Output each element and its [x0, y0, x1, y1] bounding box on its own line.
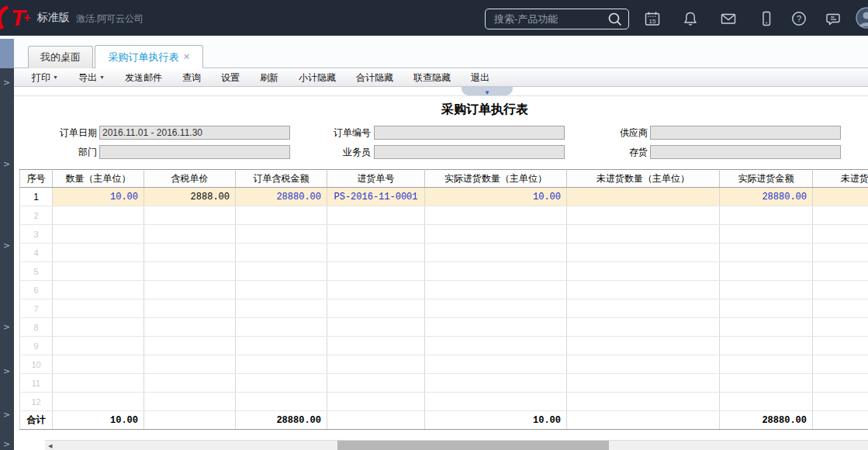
- empty-cell[interactable]: [720, 374, 813, 393]
- empty-cell[interactable]: [425, 299, 567, 318]
- empty-cell[interactable]: [327, 355, 425, 374]
- empty-cell[interactable]: [53, 225, 144, 244]
- empty-cell[interactable]: [236, 337, 327, 355]
- empty-cell[interactable]: [720, 262, 813, 281]
- empty-cell[interactable]: [425, 244, 567, 262]
- empty-cell[interactable]: [53, 337, 144, 355]
- empty-cell[interactable]: [813, 244, 868, 262]
- row-number-cell[interactable]: 3: [20, 225, 53, 244]
- empty-cell[interactable]: [53, 393, 144, 411]
- row-number-cell[interactable]: 5: [20, 262, 53, 281]
- empty-cell[interactable]: [144, 299, 236, 318]
- toolbar-item-subtotal-hide[interactable]: 小计隐藏: [289, 68, 346, 87]
- empty-cell[interactable]: [144, 206, 236, 225]
- row-number-cell[interactable]: 7: [20, 299, 53, 318]
- empty-cell[interactable]: [144, 393, 236, 411]
- tab-my-desktop[interactable]: 我的桌面: [28, 46, 93, 68]
- empty-cell[interactable]: [720, 281, 813, 299]
- empty-cell[interactable]: [236, 299, 327, 318]
- empty-cell[interactable]: [813, 206, 868, 225]
- empty-cell[interactable]: [567, 206, 720, 225]
- sidebar-expand-icon[interactable]: >: [3, 241, 10, 251]
- tab-purchase-order-report[interactable]: 采购订单执行表×: [95, 45, 203, 68]
- row-number-cell[interactable]: 12: [20, 393, 53, 411]
- empty-cell[interactable]: [425, 393, 567, 411]
- toolbar-item-export[interactable]: 导出▼: [68, 68, 115, 87]
- empty-cell[interactable]: [327, 299, 425, 318]
- empty-cell[interactable]: [144, 318, 236, 337]
- sidebar-expand-icon[interactable]: >: [3, 410, 10, 420]
- price-cell[interactable]: 2888.00: [144, 188, 236, 206]
- empty-cell[interactable]: [53, 355, 144, 374]
- empty-cell[interactable]: [813, 355, 868, 374]
- empty-cell[interactable]: [567, 225, 720, 244]
- empty-cell[interactable]: [720, 206, 813, 225]
- empty-cell[interactable]: [425, 355, 567, 374]
- toolbar-item-exit[interactable]: 退出: [461, 68, 500, 87]
- mobile-icon[interactable]: [758, 10, 775, 27]
- empty-cell[interactable]: [327, 206, 425, 225]
- empty-cell[interactable]: [567, 374, 720, 393]
- empty-cell[interactable]: [720, 355, 813, 374]
- empty-cell[interactable]: [236, 318, 327, 337]
- toolbar-item-settings[interactable]: 设置: [211, 68, 250, 87]
- user-avatar[interactable]: [856, 7, 868, 29]
- empty-cell[interactable]: [425, 281, 567, 299]
- notifications-bell-icon[interactable]: [682, 10, 699, 27]
- calendar-icon[interactable]: 15: [644, 10, 661, 27]
- empty-cell[interactable]: [53, 206, 144, 225]
- empty-cell[interactable]: [567, 393, 720, 411]
- qty-cell[interactable]: 10.00: [53, 188, 144, 206]
- search-icon[interactable]: [607, 12, 624, 28]
- empty-cell[interactable]: [813, 318, 868, 337]
- empty-cell[interactable]: [425, 318, 567, 337]
- empty-cell[interactable]: [425, 262, 567, 281]
- empty-cell[interactable]: [53, 318, 144, 337]
- empty-cell[interactable]: [327, 337, 425, 355]
- row-number-cell[interactable]: 2: [20, 206, 53, 225]
- empty-cell[interactable]: [327, 225, 425, 244]
- empty-cell[interactable]: [144, 337, 236, 355]
- toolbar-item-print[interactable]: 打印▼: [22, 68, 68, 87]
- empty-cell[interactable]: [720, 244, 813, 262]
- search-input[interactable]: [486, 9, 608, 29]
- toolbar-item-linkquery-hide[interactable]: 联查隐藏: [403, 68, 461, 87]
- empty-cell[interactable]: [144, 225, 236, 244]
- horizontal-scrollbar[interactable]: ◀: [45, 440, 868, 450]
- empty-cell[interactable]: [567, 244, 720, 262]
- received-amount-cell[interactable]: 28880.00: [720, 188, 813, 206]
- empty-cell[interactable]: [236, 393, 327, 411]
- row-number-cell[interactable]: 11: [20, 374, 53, 393]
- unreceived-amount-cell[interactable]: [813, 188, 868, 206]
- close-icon[interactable]: ×: [183, 50, 189, 63]
- empty-cell[interactable]: [813, 337, 868, 355]
- empty-cell[interactable]: [813, 299, 868, 318]
- filter-inventory-input[interactable]: [650, 145, 841, 159]
- empty-cell[interactable]: [327, 281, 425, 299]
- empty-cell[interactable]: [53, 262, 144, 281]
- empty-cell[interactable]: [236, 206, 327, 225]
- unreceived-qty-cell[interactable]: [567, 188, 720, 206]
- empty-cell[interactable]: [425, 225, 567, 244]
- row-number-cell[interactable]: 8: [20, 318, 53, 337]
- empty-cell[interactable]: [236, 244, 327, 262]
- empty-cell[interactable]: [327, 393, 425, 411]
- sidebar-expand-icon[interactable]: >: [3, 322, 10, 332]
- empty-cell[interactable]: [720, 225, 813, 244]
- empty-cell[interactable]: [53, 281, 144, 299]
- empty-cell[interactable]: [567, 299, 720, 318]
- scrollbar-left-arrow-icon[interactable]: ◀: [48, 441, 52, 450]
- row-number-cell[interactable]: 1: [20, 188, 53, 206]
- mail-icon[interactable]: [720, 10, 737, 27]
- receipt-no-link[interactable]: PS-2016-11-0001: [327, 188, 425, 206]
- empty-cell[interactable]: [425, 206, 567, 225]
- empty-cell[interactable]: [567, 281, 720, 299]
- feedback-icon[interactable]: [825, 10, 842, 27]
- row-number-cell[interactable]: 10: [20, 355, 53, 374]
- toolbar-item-refresh[interactable]: 刷新: [250, 68, 289, 87]
- collapse-handle[interactable]: ▼: [462, 87, 513, 95]
- empty-cell[interactable]: [53, 244, 144, 262]
- row-number-cell[interactable]: 6: [20, 281, 53, 299]
- empty-cell[interactable]: [327, 262, 425, 281]
- empty-cell[interactable]: [53, 299, 144, 318]
